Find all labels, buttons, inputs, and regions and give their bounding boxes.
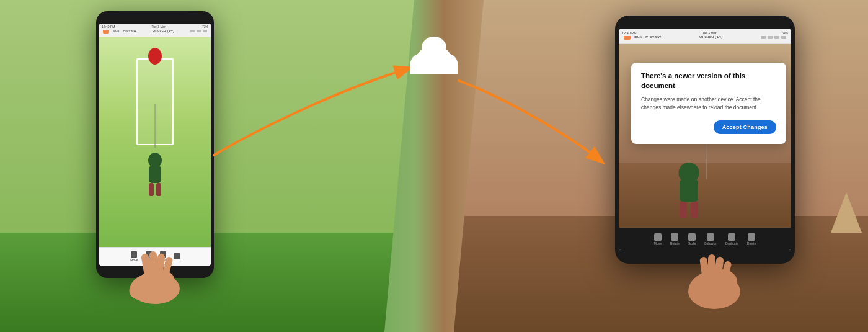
left-character: [143, 153, 167, 196]
right-rotate-icon: [671, 233, 678, 241]
left-move-item[interactable]: Move: [130, 251, 138, 262]
right-char-leg-right: [691, 202, 698, 218]
left-tablet: 12:40 PM Tue 3 Mar 73% Edit Preview Unti…: [96, 11, 214, 278]
right-battery: 74%: [781, 31, 788, 35]
right-scale-item[interactable]: Scale: [688, 233, 696, 245]
left-scale-item[interactable]: Scale: [159, 251, 167, 262]
left-move-icon: [131, 251, 137, 258]
right-duplicate-item[interactable]: Duplicate: [725, 233, 738, 245]
left-rotate-icon: [146, 251, 152, 258]
right-behavior-label: Behavior: [704, 241, 717, 245]
teepee-body: [831, 192, 862, 233]
version-dialog: There's a newer version of this document…: [631, 63, 786, 144]
right-move-icon: [654, 233, 662, 241]
right-rotate-label: Rotate: [670, 241, 680, 245]
right-bottom-bar: Move Rotate Scale Behavior Duplicate Del…: [619, 228, 791, 250]
left-char-leg-right: [156, 183, 161, 196]
left-rotate-item[interactable]: Rotate: [144, 251, 153, 262]
right-scale-icon: [688, 233, 696, 241]
left-scale-label: Scale: [159, 258, 167, 262]
left-status-bar: 12:40 PM Tue 3 Mar 73%: [99, 24, 211, 30]
right-tablet-screen: 12:40 PM Tue 3 Mar 74% Edit Preview Unti…: [619, 29, 791, 250]
right-behavior-icon: [707, 233, 714, 241]
left-bottom-bar: Move Rotate Scale: [99, 247, 211, 266]
left-more-icon: [174, 253, 180, 259]
right-delete-item[interactable]: Delete: [747, 233, 756, 245]
sky-area: [0, 0, 434, 233]
left-time: 12:40 PM: [102, 25, 115, 29]
teepee-decoration: [831, 189, 862, 233]
right-behavior-item[interactable]: Behavior: [704, 233, 717, 245]
right-duplicate-icon: [728, 233, 735, 241]
left-background: [0, 0, 434, 332]
left-balloon: [148, 48, 162, 65]
right-character: [670, 163, 707, 218]
left-content-area: [99, 37, 211, 247]
left-tablet-screen: 12:40 PM Tue 3 Mar 73% Edit Preview Unti…: [99, 24, 211, 266]
grass-area: [0, 233, 434, 333]
right-delete-label: Delete: [747, 241, 756, 245]
left-char-torso: [149, 166, 161, 183]
dialog-title: There's a newer version of this document: [641, 71, 776, 91]
left-char-leg-left: [149, 183, 154, 196]
left-more-item[interactable]: [174, 253, 180, 260]
left-rotate-label: Rotate: [144, 258, 153, 262]
right-delete-icon: [748, 233, 755, 241]
right-move-item[interactable]: Move: [654, 233, 662, 245]
right-move-label: Move: [654, 241, 662, 245]
left-balloon-string: [155, 104, 156, 148]
right-char-body: [670, 163, 707, 218]
left-battery: 73%: [202, 25, 208, 29]
accept-changes-button[interactable]: Accept Changes: [714, 120, 776, 134]
right-char-leg-left: [680, 202, 687, 218]
left-scale-icon: [160, 251, 166, 258]
left-move-label: Move: [130, 258, 138, 262]
right-duplicate-label: Duplicate: [725, 241, 738, 245]
left-date: Tue 3 Mar: [151, 25, 166, 29]
right-char-torso: [680, 179, 698, 202]
right-rotate-item[interactable]: Rotate: [670, 233, 680, 245]
right-date: Tue 3 Mar: [701, 31, 717, 35]
right-tablet: 12:40 PM Tue 3 Mar 74% Edit Preview Unti…: [615, 16, 795, 264]
right-scale-label: Scale: [688, 241, 696, 245]
dialog-body: Changes were made on another device. Acc…: [641, 96, 776, 112]
right-content-area: There's a newer version of this document…: [619, 44, 791, 228]
right-time: 12:40 PM: [622, 31, 637, 35]
left-char-body: [143, 153, 167, 196]
right-status-bar: 12:40 PM Tue 3 Mar 74%: [619, 29, 791, 36]
